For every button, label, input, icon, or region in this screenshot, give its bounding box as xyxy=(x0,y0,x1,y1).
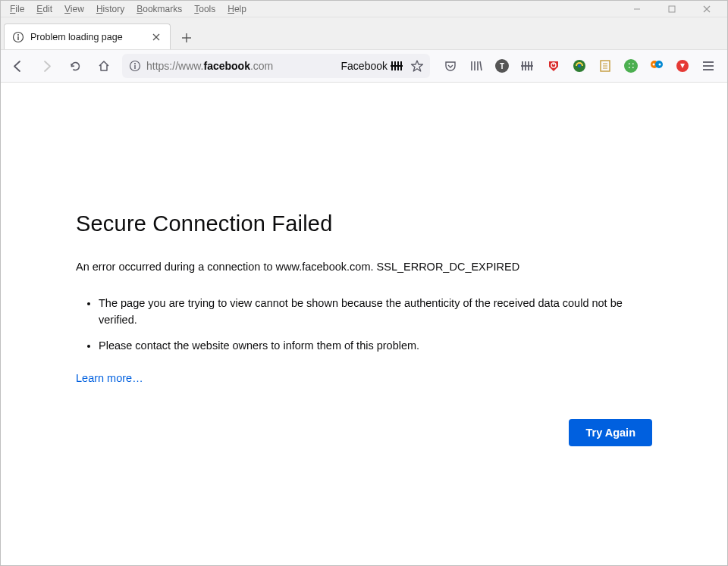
extension-fence-icon[interactable] xyxy=(519,58,536,74)
new-tab-button[interactable] xyxy=(175,27,198,49)
error-bullet: Please contact the website owners to inf… xyxy=(99,338,652,355)
svg-point-5 xyxy=(17,34,19,36)
menu-bookmarks[interactable]: Bookmarks xyxy=(130,2,188,16)
svg-point-31 xyxy=(578,64,581,67)
learn-more-link[interactable]: Learn more… xyxy=(76,372,143,384)
extension-downloader-icon[interactable] xyxy=(571,58,588,74)
tab-title: Problem loading page xyxy=(30,32,144,42)
nav-reload-button[interactable] xyxy=(64,55,86,77)
extension-t-icon[interactable]: T xyxy=(494,58,510,74)
svg-point-12 xyxy=(134,63,136,64)
tab-problem-loading-page[interactable]: Problem loading page xyxy=(4,23,171,49)
extension-green-icon[interactable]: ⸬ xyxy=(623,58,639,74)
extension-adblock-icon[interactable] xyxy=(674,58,691,74)
extension-notes-icon[interactable] xyxy=(597,58,613,74)
bookmark-star-icon[interactable] xyxy=(410,59,424,73)
site-info-icon[interactable] xyxy=(128,60,142,72)
container-badge[interactable]: Facebook xyxy=(341,60,404,72)
menu-view[interactable]: View xyxy=(58,2,90,16)
nav-toolbar: https://www.facebook.com Facebook xyxy=(1,49,727,83)
nav-home-button[interactable] xyxy=(93,55,115,77)
menu-edit[interactable]: Edit xyxy=(30,2,58,16)
tab-bar: Problem loading page xyxy=(1,17,727,49)
error-bullet: The page you are trying to view cannot b… xyxy=(99,296,652,329)
url-text: https://www.facebook.com xyxy=(146,60,337,72)
page-content: Secure Connection Failed An error occurr… xyxy=(1,83,727,565)
extension-privacy-icon[interactable] xyxy=(648,58,665,74)
menu-help[interactable]: Help xyxy=(221,2,253,16)
svg-rect-1 xyxy=(669,6,675,12)
error-short-desc: An error occurred during a connection to… xyxy=(76,261,652,273)
pocket-icon[interactable] xyxy=(442,58,459,74)
menu-bar: File Edit View History Bookmarks Tools H… xyxy=(1,1,727,17)
url-bar[interactable]: https://www.facebook.com Facebook xyxy=(122,54,430,78)
svg-point-38 xyxy=(653,64,655,66)
info-icon xyxy=(12,31,24,43)
try-again-button[interactable]: Try Again xyxy=(569,419,652,446)
library-icon[interactable] xyxy=(468,58,485,74)
nav-back-button[interactable] xyxy=(7,55,28,77)
menu-file[interactable]: File xyxy=(4,2,30,16)
window-maximize-button[interactable] xyxy=(654,1,689,17)
window-close-button[interactable] xyxy=(689,1,724,17)
nav-forward-button[interactable] xyxy=(36,55,57,77)
extension-ublock-icon[interactable] xyxy=(545,58,562,74)
menu-tools[interactable]: Tools xyxy=(188,2,221,16)
app-menu-button[interactable] xyxy=(700,58,717,74)
tab-close-button[interactable] xyxy=(150,31,162,43)
svg-rect-6 xyxy=(17,36,18,40)
window-minimize-button[interactable] xyxy=(620,1,654,17)
svg-rect-13 xyxy=(134,65,135,69)
svg-line-22 xyxy=(480,61,482,70)
svg-point-39 xyxy=(659,64,661,66)
menu-history[interactable]: History xyxy=(90,2,130,16)
error-title: Secure Connection Failed xyxy=(76,211,652,236)
